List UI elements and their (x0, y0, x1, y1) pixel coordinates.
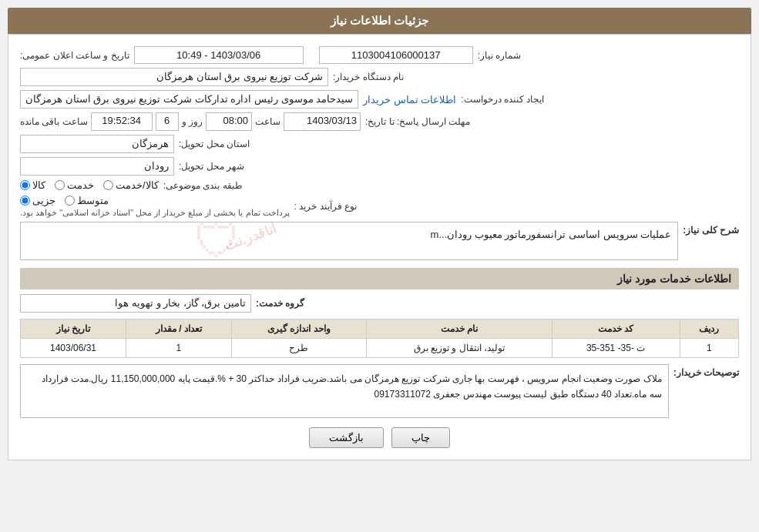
category-radio-kala[interactable] (20, 180, 30, 190)
need-number-label: شماره نیاز: (478, 50, 522, 61)
purchase-warning: پرداخت تمام یا بخشی از مبلغ خریدار از مح… (20, 208, 290, 218)
description-value: عملیات سرویس اساسی ترانسفورماتور معیوب ر… (20, 222, 678, 260)
category-radio-group: کالا/خدمت خدمت کالا (20, 179, 159, 191)
category-radio-khedmat[interactable] (55, 180, 65, 190)
purchase-type-label: نوع فرآیند خرید : (294, 201, 357, 212)
purchase-radio-mutavasset[interactable] (65, 196, 75, 206)
contact-link[interactable]: اطلاعات تماس خریدار (363, 94, 456, 105)
purchase-jozi-label: جزیی (32, 195, 55, 206)
creator-value: سیدحامد موسوی رئیس اداره تدارکات شرکت تو… (20, 90, 358, 109)
service-group-value: تامین برق، گاز، بخار و تهویه هوا (20, 294, 251, 313)
category-kala-label: کالا (32, 179, 45, 191)
col-header-row: ردیف (680, 320, 738, 339)
deadline-date: 1403/03/13 (284, 112, 361, 131)
services-table: ردیف کد خدمت نام خدمت واحد اندازه گیری ت… (20, 319, 739, 358)
service-group-label: گروه خدمت: (256, 298, 304, 309)
services-section-header: اطلاعات خدمات مورد نیاز (20, 268, 739, 289)
col-header-code: کد خدمت (552, 320, 680, 339)
col-header-unit: واحد اندازه گیری (231, 320, 366, 339)
col-header-name: نام خدمت (367, 320, 552, 339)
deadline-time: 08:00 (206, 112, 252, 131)
col-header-date: تاریخ نیاز (21, 320, 126, 339)
category-option-khedmat[interactable]: خدمت (55, 179, 94, 191)
category-option-kala[interactable]: کالا (20, 179, 45, 191)
cell-date: 1403/06/31 (21, 339, 126, 358)
deadline-day-label: روز و (182, 116, 203, 127)
category-option-kala-khedmat[interactable]: کالا/خدمت (103, 179, 159, 191)
category-radio-kala-khedmat[interactable] (103, 180, 113, 190)
deadline-remaining-label: ساعت باقی مانده (20, 116, 88, 127)
buyer-notes-label: توصیحات خریدار: (673, 364, 739, 378)
table-row: 1 ت -35- 351-35 تولید، انتقال و توزیع بر… (21, 339, 739, 358)
province-value: هرمزگان (20, 135, 174, 153)
province-label: استان محل تحویل: (179, 139, 250, 149)
buyer-notes-value: ملاک صورت وضعیت انجام سرویس ، فهرست بها … (20, 364, 669, 418)
col-header-count: تعداد / مقدار (126, 320, 231, 339)
purchase-radio-jozi[interactable] (20, 196, 30, 206)
description-label: شرح کلی نیاز: (683, 222, 739, 236)
purchase-option-mutavasset[interactable]: متوسط (65, 195, 109, 206)
city-value: رودان (20, 157, 174, 176)
category-kala-khedmat-label: کالا/خدمت (116, 179, 159, 191)
cell-row: 1 (680, 339, 738, 358)
deadline-day: 6 (156, 112, 179, 131)
buyer-name-label: نام دستگاه خریدار: (333, 72, 404, 82)
deadline-label: مهلت ارسال پاسخ: تا تاریخ: (365, 116, 470, 127)
deadline-remaining: 19:52:34 (91, 112, 153, 131)
page-title: جزئیات اطلاعات نیاز (8, 8, 751, 34)
creator-label: ایجاد کننده درخواست: (461, 94, 544, 105)
category-khedmat-label: خدمت (67, 179, 94, 191)
buyer-name-value: شرکت توزیع نیروی برق استان هرمزگان (20, 68, 328, 86)
cell-name: تولید، انتقال و توزیع برق (367, 339, 552, 358)
button-row: چاپ بازگشت (20, 427, 739, 448)
cell-code: ت -35- 351-35 (552, 339, 680, 358)
category-label: طبقه بندی موضوعی: (163, 180, 243, 191)
announce-date-value: 1403/03/06 - 10:49 (134, 46, 304, 64)
deadline-time-label: ساعت (255, 116, 280, 127)
city-label: شهر محل تحویل: (179, 161, 244, 172)
cell-unit: طرح (231, 339, 366, 358)
back-button[interactable]: بازگشت (309, 427, 384, 448)
purchase-radio-group: متوسط جزیی (20, 195, 109, 206)
need-number-value: 1103004106000137 (319, 46, 473, 64)
purchase-mutavasset-label: متوسط (77, 195, 109, 206)
announce-date-label: تاریخ و ساعت اعلان عمومی: (20, 50, 129, 61)
cell-count: 1 (126, 339, 231, 358)
purchase-option-jozi[interactable]: جزیی (20, 195, 55, 206)
print-button[interactable]: چاپ (391, 427, 450, 448)
